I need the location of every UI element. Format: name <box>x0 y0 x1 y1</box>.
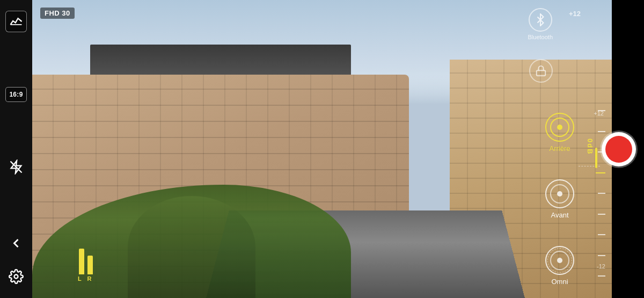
lr-label: L R <box>78 275 94 282</box>
back-button[interactable] <box>5 232 27 254</box>
bluetooth-area: Bluetooth <box>528 8 553 40</box>
mic-arriere-inner <box>550 118 569 137</box>
audio-lr-indicator: L R <box>78 242 94 282</box>
mic-arriere[interactable]: Arrière <box>545 113 574 152</box>
mic-avant[interactable]: Avant <box>545 179 574 219</box>
mic-arriere-label: Arrière <box>549 144 570 152</box>
vu-tick-9 <box>598 275 605 277</box>
vu-tick-2 <box>598 131 605 132</box>
vu-tick-0db <box>596 172 605 173</box>
bluetooth-icon <box>534 13 547 26</box>
vu-tick-5 <box>598 193 605 194</box>
vu-meter <box>590 107 605 279</box>
vu-active-bar <box>595 148 597 168</box>
record-button-inner <box>605 136 632 163</box>
gear-icon <box>9 269 24 284</box>
svg-rect-6 <box>537 70 546 76</box>
histogram-button[interactable] <box>5 11 27 32</box>
flash-button[interactable] <box>5 156 27 178</box>
chart-icon <box>9 14 24 29</box>
mic-omni-dashed <box>547 248 572 273</box>
mic-arriere-circle <box>545 113 574 142</box>
settings-button[interactable] <box>5 266 27 287</box>
vu-tick-7 <box>598 234 605 235</box>
lock-circle <box>529 59 553 83</box>
svg-point-5 <box>14 274 18 278</box>
mic-omni-label: Omni <box>551 278 568 286</box>
aspect-ratio-button[interactable]: 16:9 <box>5 87 26 102</box>
mic-avant-inner <box>550 184 569 203</box>
mic-arriere-dot <box>557 125 562 130</box>
bluetooth-label: Bluetooth <box>528 34 553 40</box>
right-bar <box>87 256 93 274</box>
fhd-badge: FHD 30 <box>40 8 75 19</box>
flash-icon <box>9 159 24 175</box>
vu-tick-8 <box>598 255 605 256</box>
left-sidebar: 16:9 <box>0 0 32 298</box>
vu-bottom-label: -12 <box>597 263 605 270</box>
exposure-value: +12 <box>569 10 581 18</box>
lock-area[interactable] <box>529 59 553 83</box>
left-bar <box>79 249 84 274</box>
mic-omni[interactable]: Omni <box>545 246 574 286</box>
lr-bars <box>79 242 93 274</box>
mic-avant-circle <box>545 179 574 208</box>
lock-icon <box>535 65 547 77</box>
bluetooth-circle <box>529 8 552 32</box>
record-button[interactable] <box>602 132 636 166</box>
odb-label: 0dB <box>586 139 594 155</box>
mic-container: Arrière Avant Omni <box>545 113 574 286</box>
vu-tick-6 <box>598 214 605 215</box>
mic-avant-label: Avant <box>551 211 568 219</box>
vu-top-label: +12 <box>594 110 604 117</box>
mic-avant-dot <box>557 191 562 197</box>
back-arrow-icon <box>9 236 24 251</box>
mic-omni-circle <box>545 246 574 275</box>
vu-ticks <box>590 107 605 279</box>
